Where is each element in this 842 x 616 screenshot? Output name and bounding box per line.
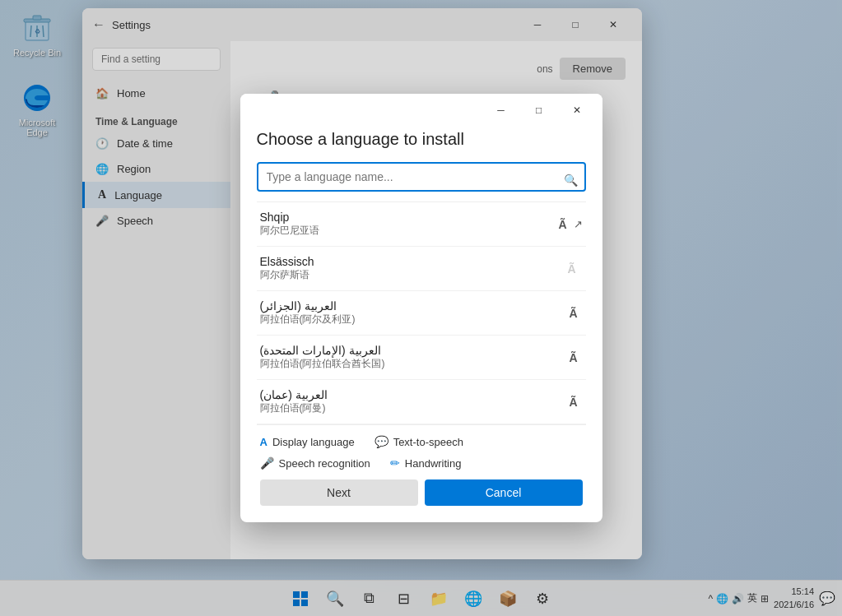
desktop: ♻ Recycle Bin Microsoft Edge ← Settings …	[0, 0, 842, 616]
next-button[interactable]: Next	[260, 479, 418, 506]
feature-display-language: A Display language	[260, 435, 355, 448]
lang-item-shqip[interactable]: Shqip 阿尔巴尼亚语 Ã ↗	[257, 202, 586, 247]
lang-native-shqip: 阿尔巴尼亚语	[260, 224, 559, 238]
handwriting-label: Handwriting	[405, 457, 462, 470]
display-language-label: Display language	[272, 436, 355, 448]
handwriting-icon: ✏	[390, 456, 400, 470]
lang-name-arabic-algeria: العربية (الجزائر)	[260, 299, 570, 313]
feature-handwriting: ✏ Handwriting	[390, 456, 462, 470]
lang-caps-icon-elsassisch: Ã	[567, 262, 575, 276]
lang-info-elsassisch: Elsässisch 阿尔萨斯语	[260, 255, 568, 282]
feature-speech-recognition: 🎤 Speech recognition	[260, 456, 370, 470]
lang-name-arabic-oman: العربية (عمان)	[260, 388, 570, 401]
dialog-maximize-button[interactable]: □	[520, 97, 558, 123]
language-search-input[interactable]	[257, 162, 586, 192]
features-row-2: 🎤 Speech recognition ✏ Handwriting	[260, 456, 583, 470]
choose-language-dialog: ─ □ ✕ Choose a language to install 🔍 Shq…	[240, 94, 602, 522]
features-section: A Display language 💬 Text-to-speech 🎤 Sp…	[257, 424, 586, 476]
search-icon: 🔍	[564, 174, 578, 187]
search-wrap: 🔍	[257, 162, 586, 198]
dialog-overlay: ─ □ ✕ Choose a language to install 🔍 Shq…	[0, 0, 842, 616]
text-to-speech-label: Text-to-speech	[393, 436, 463, 448]
lang-caps-icon-arabic-oman: Ã	[569, 396, 577, 409]
dialog-minimize-button[interactable]: ─	[482, 97, 520, 123]
lang-item-elsassisch[interactable]: Elsässisch 阿尔萨斯语 Ã	[257, 247, 586, 291]
lang-native-arabic-oman: 阿拉伯语(阿曼)	[260, 401, 570, 415]
lang-native-elsassisch: 阿尔萨斯语	[260, 268, 568, 282]
lang-info-arabic-uae: العربية (الإمارات المتحدة) 阿拉伯语(阿拉伯联合酋长国…	[260, 344, 570, 371]
feature-text-to-speech: 💬 Text-to-speech	[374, 435, 463, 448]
lang-caps-icon-shqip: Ã	[558, 218, 566, 231]
display-language-icon: A	[260, 436, 267, 448]
features-row: A Display language 💬 Text-to-speech	[260, 435, 583, 448]
dialog-content: Choose a language to install 🔍 Shqip 阿尔巴…	[240, 127, 602, 522]
speech-recognition-icon: 🎤	[260, 456, 274, 470]
lang-caps-icon-arabic-algeria: Ã	[569, 307, 577, 320]
lang-item-arabic-oman[interactable]: العربية (عمان) 阿拉伯语(阿曼) Ã	[257, 380, 586, 424]
lang-item-arabic-algeria[interactable]: العربية (الجزائر) 阿拉伯语(阿尔及利亚) Ã	[257, 291, 586, 336]
lang-caps-icon-arabic-uae: Ã	[569, 351, 577, 364]
lang-info-shqip: Shqip 阿尔巴尼亚语	[260, 211, 559, 238]
lang-name-shqip: Shqip	[260, 211, 559, 224]
lang-item-arabic-uae[interactable]: العربية (الإمارات المتحدة) 阿拉伯语(阿拉伯联合酋长国…	[257, 336, 586, 380]
lang-info-arabic-oman: العربية (عمان) 阿拉伯语(阿曼)	[260, 388, 570, 415]
lang-info-arabic-algeria: العربية (الجزائر) 阿拉伯语(阿尔及利亚)	[260, 299, 570, 327]
language-list: Shqip 阿尔巴尼亚语 Ã ↗ Elsässisch 阿尔萨斯语 Ã	[257, 201, 586, 424]
cancel-button[interactable]: Cancel	[425, 479, 583, 506]
dialog-titlebar: ─ □ ✕	[240, 94, 602, 127]
text-to-speech-icon: 💬	[374, 435, 388, 448]
dialog-title: Choose a language to install	[257, 127, 586, 149]
lang-native-arabic-algeria: 阿拉伯语(阿尔及利亚)	[260, 313, 570, 327]
dialog-close-button[interactable]: ✕	[558, 97, 596, 123]
speech-recognition-label: Speech recognition	[279, 457, 370, 470]
dialog-buttons: Next Cancel	[257, 476, 586, 506]
lang-native-arabic-uae: 阿拉伯语(阿拉伯联合酋长国)	[260, 357, 570, 371]
lang-name-elsassisch: Elsässisch	[260, 255, 568, 268]
lang-name-arabic-uae: العربية (الإمارات المتحدة)	[260, 344, 570, 357]
lang-ext-icon-shqip: ↗	[574, 218, 583, 230]
